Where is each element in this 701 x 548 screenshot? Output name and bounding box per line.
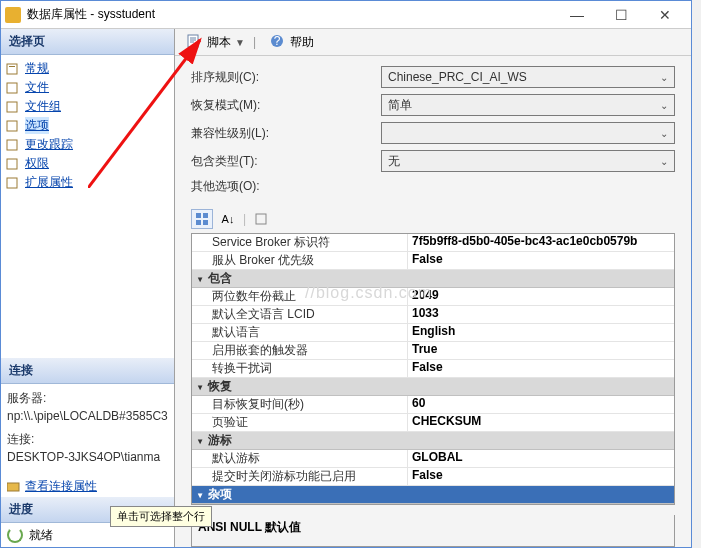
compat-combo[interactable]: ⌄: [381, 122, 675, 144]
contain-value: 无: [388, 153, 400, 170]
page-icon: [5, 100, 21, 114]
property-key: Service Broker 标识符: [192, 234, 408, 251]
sidebar-item-general[interactable]: 常规: [3, 59, 172, 78]
chevron-down-icon: ⌄: [660, 100, 668, 111]
svg-rect-4: [7, 121, 17, 131]
svg-rect-3: [7, 102, 17, 112]
connection-label: 连接:: [7, 431, 168, 448]
sidebar-item-options[interactable]: 选项: [3, 116, 172, 135]
close-button[interactable]: ✕: [643, 3, 687, 27]
recovery-label: 恢复模式(M):: [191, 97, 381, 114]
sidebar-item-filegroups[interactable]: 文件组: [3, 97, 172, 116]
chevron-down-icon: ⌄: [660, 128, 668, 139]
property-row[interactable]: ANSI NULL 默认值False: [192, 504, 674, 505]
property-row[interactable]: 转换干扰词False: [192, 360, 674, 378]
collapse-icon: ▾: [192, 434, 208, 448]
property-key: ANSI NULL 默认值: [192, 504, 408, 505]
property-value: GLOBAL: [408, 450, 674, 467]
main-panel: 脚本 ▼ | ? 帮助 排序规则(C): Chinese_PRC_CI_AI_W…: [175, 29, 691, 547]
property-value: 2049: [408, 288, 674, 305]
property-row[interactable]: 提交时关闭游标功能已启用False: [192, 468, 674, 486]
sidebar: 选择页 常规 文件 文件组 选项 更改跟踪 权限 扩展属性 连接 服务器: np…: [1, 29, 175, 547]
property-row[interactable]: 默认游标GLOBAL: [192, 450, 674, 468]
other-row: 其他选项(O):: [191, 178, 675, 195]
category-label: 游标: [208, 432, 232, 449]
property-key: 默认游标: [192, 450, 408, 467]
property-category[interactable]: ▾恢复: [192, 378, 674, 396]
property-row[interactable]: 默认全文语言 LCID1033: [192, 306, 674, 324]
property-key: 转换干扰词: [192, 360, 408, 377]
sidebar-item-extendedprops[interactable]: 扩展属性: [3, 173, 172, 192]
contain-label: 包含类型(T):: [191, 153, 381, 170]
collapse-icon: ▾: [192, 380, 208, 394]
property-row[interactable]: 默认语言English: [192, 324, 674, 342]
properties-button[interactable]: [250, 209, 272, 229]
sidebar-item-label: 常规: [25, 60, 49, 77]
property-row[interactable]: 服从 Broker 优先级False: [192, 252, 674, 270]
svg-rect-15: [203, 220, 208, 225]
contain-combo[interactable]: 无⌄: [381, 150, 675, 172]
property-key: 默认语言: [192, 324, 408, 341]
property-category[interactable]: ▾包含: [192, 270, 674, 288]
sidebar-item-permissions[interactable]: 权限: [3, 154, 172, 173]
body: 选择页 常规 文件 文件组 选项 更改跟踪 权限 扩展属性 连接 服务器: np…: [1, 29, 691, 547]
category-label: 恢复: [208, 378, 232, 395]
sidebar-item-label: 权限: [25, 155, 49, 172]
property-key: 启用嵌套的触发器: [192, 342, 408, 359]
page-icon: [5, 176, 21, 190]
property-row[interactable]: 两位数年份截止2049: [192, 288, 674, 306]
categorized-button[interactable]: [191, 209, 213, 229]
sidebar-item-changetracking[interactable]: 更改跟踪: [3, 135, 172, 154]
property-key: 两位数年份截止: [192, 288, 408, 305]
property-row[interactable]: 目标恢复时间(秒)60: [192, 396, 674, 414]
property-category[interactable]: ▾游标: [192, 432, 674, 450]
help-label: 帮助: [290, 34, 314, 51]
collation-combo[interactable]: Chinese_PRC_CI_AI_WS⌄: [381, 66, 675, 88]
page-icon: [5, 62, 21, 76]
chevron-down-icon: ⌄: [660, 156, 668, 167]
description-title: ANSI NULL 默认值: [198, 519, 668, 536]
property-key: 页验证: [192, 414, 408, 431]
script-button[interactable]: 脚本 ▼ |: [183, 32, 260, 53]
recovery-combo[interactable]: 简单⌄: [381, 94, 675, 116]
collapse-icon: ▾: [192, 488, 208, 502]
sidebar-item-files[interactable]: 文件: [3, 78, 172, 97]
contain-row: 包含类型(T): 无⌄: [191, 150, 675, 172]
script-label: 脚本: [207, 34, 231, 51]
view-connection-link[interactable]: 查看连接属性: [1, 476, 174, 497]
server-label: 服务器:: [7, 390, 168, 407]
collation-value: Chinese_PRC_CI_AI_WS: [388, 70, 527, 84]
window-title: 数据库属性 - sysstudent: [27, 6, 555, 23]
chevron-down-icon: ▼: [235, 37, 245, 48]
script-icon: [187, 34, 203, 50]
collapse-icon: ▾: [192, 272, 208, 286]
view-connection-label: 查看连接属性: [25, 478, 97, 495]
property-row[interactable]: 启用嵌套的触发器True: [192, 342, 674, 360]
window-buttons: — ☐ ✕: [555, 3, 687, 27]
dialog-window: 数据库属性 - sysstudent — ☐ ✕ 选择页 常规 文件 文件组 选…: [0, 0, 692, 548]
property-category[interactable]: ▾杂项: [192, 486, 674, 504]
property-value: English: [408, 324, 674, 341]
property-row[interactable]: Service Broker 标识符7f5b9ff8-d5b0-405e-bc4…: [192, 234, 674, 252]
property-key: 目标恢复时间(秒): [192, 396, 408, 413]
property-key: 服从 Broker 优先级: [192, 252, 408, 269]
chevron-down-icon: ⌄: [660, 72, 668, 83]
alphabetical-button[interactable]: A↓: [217, 209, 239, 229]
property-value: 1033: [408, 306, 674, 323]
select-page-header: 选择页: [1, 29, 174, 55]
compat-label: 兼容性级别(L):: [191, 125, 381, 142]
property-grid[interactable]: Service Broker 标识符7f5b9ff8-d5b0-405e-bc4…: [191, 233, 675, 505]
page-icon: [5, 119, 21, 133]
property-value: False: [408, 468, 674, 485]
titlebar[interactable]: 数据库属性 - sysstudent — ☐ ✕: [1, 1, 691, 29]
property-key: 提交时关闭游标功能已启用: [192, 468, 408, 485]
svg-rect-2: [7, 83, 17, 93]
property-row[interactable]: 页验证CHECKSUM: [192, 414, 674, 432]
svg-rect-6: [7, 159, 17, 169]
minimize-button[interactable]: —: [555, 3, 599, 27]
maximize-button[interactable]: ☐: [599, 3, 643, 27]
db-icon: [5, 7, 21, 23]
progress-header: 进度: [1, 497, 174, 523]
page-tree: 常规 文件 文件组 选项 更改跟踪 权限 扩展属性: [1, 55, 174, 196]
help-button[interactable]: ? 帮助: [266, 32, 318, 53]
